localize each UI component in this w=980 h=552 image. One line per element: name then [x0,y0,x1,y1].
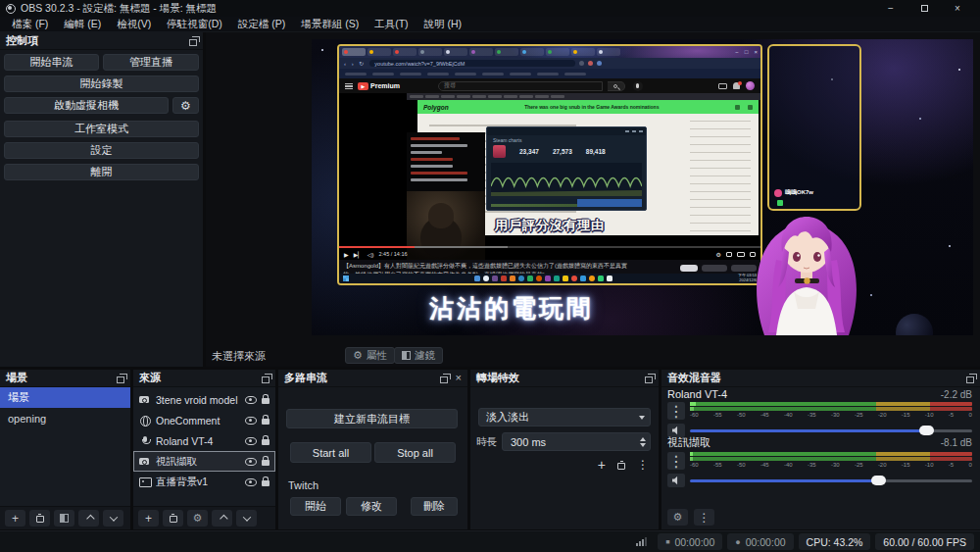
transition-select[interactable]: 淡入淡出 [478,408,651,427]
scene-item[interactable]: opening [0,408,130,428]
visibility-icon[interactable] [245,478,257,486]
close-icon[interactable]: × [456,373,462,383]
channel-options-button[interactable]: ⋮ [667,402,685,420]
mixer-settings-button[interactable]: ⚙ [667,509,688,526]
menu-item[interactable]: 編輯 (E) [56,18,109,31]
visibility-icon[interactable] [245,458,257,466]
start-all-button[interactable]: Start all [290,442,371,463]
video-progress-bar[interactable] [339,246,760,248]
chat-overlay-source[interactable]: 嗚嗚OK7w [767,44,861,211]
volume-slider-knob[interactable] [871,476,886,485]
source-properties-button[interactable]: ⚙ [187,510,208,527]
lock-icon[interactable] [262,439,270,445]
source-item[interactable]: 直播背景v1 [133,472,275,492]
channel-db: -2.2 dB [941,389,972,400]
menu-item[interactable]: 檔案 (F) [4,18,56,31]
tab-favicon [548,50,552,54]
menu-item[interactable]: 停駐視窗(D) [159,18,230,31]
popout-icon[interactable] [440,376,448,383]
visibility-icon[interactable] [245,417,257,425]
mixer-options-button[interactable]: ⋮ [694,509,714,526]
channel-options-button[interactable]: ⋮ [667,452,685,470]
source-item-selected[interactable]: 視訊擷取 [133,451,275,472]
exit-button[interactable]: 離開 [4,164,199,180]
start-record-button[interactable]: 開始錄製 [4,75,199,92]
menu-item[interactable]: 檢視(V) [109,18,159,31]
virtual-cam-settings-button[interactable]: ⚙ [172,97,199,114]
menu-item[interactable]: 設定檔 (P) [230,18,293,31]
transitions-dock-title: 轉場特效 [476,371,519,385]
lock-icon[interactable] [262,480,270,486]
start-stream-button[interactable]: 開始串流 [4,54,99,71]
menu-item[interactable]: 說明 (H) [416,18,470,31]
transition-options-button[interactable]: ⋮ [637,459,649,471]
sources-dock-title: 來源 [139,371,161,385]
popout-icon[interactable] [645,376,653,383]
preview-canvas[interactable]: 沾沾的電玩間 −□× ‹ › ↻ youtube.com/watch?v=7_9… [206,32,980,367]
move-scene-up-button[interactable] [78,510,99,527]
maximize-button[interactable] [907,0,941,17]
meter-tick: -30 [831,462,840,468]
source-label: 視訊擷取 [156,455,240,469]
scene-item[interactable]: 場景 [0,387,130,408]
stop-all-button[interactable]: Stop all [374,442,456,463]
source-item[interactable]: Roland VT-4 [133,430,275,451]
player-settings-icon[interactable]: ⚙ [716,251,721,258]
chevron-up-icon [220,514,227,522]
stream-edit-button[interactable]: 修改 [346,497,397,516]
add-transition-button[interactable]: + [598,458,606,472]
add-source-button[interactable]: + [138,510,159,527]
source-item[interactable]: OneComment [133,410,275,430]
volume-slider[interactable] [690,429,972,432]
search-icon [613,84,617,88]
menu-item[interactable]: 場景群組 (S) [293,18,367,31]
settings-button[interactable]: 設定 [4,142,199,159]
duration-spinner[interactable] [640,437,646,447]
stream-start-button[interactable]: 開始 [290,497,341,516]
remove-source-button[interactable] [163,510,183,527]
popout-icon[interactable] [966,376,974,383]
visibility-icon[interactable] [245,437,257,445]
create-stream-target-button[interactable]: 建立新串流目標 [286,409,458,428]
mixer-body: Roland VT-4 -2.2 dB ⋮ -60-55-50-45-40-35… [662,387,980,529]
next-icon[interactable]: ▶▏ [354,251,363,258]
lock-icon[interactable] [262,419,270,425]
controls-dock-title: 控制項 [6,33,38,48]
remove-scene-button[interactable] [29,510,50,527]
volume-slider-knob[interactable] [919,426,934,435]
url-field[interactable]: youtube.com/watch?v=7_9fWbEjCdM [369,60,575,67]
close-button[interactable]: × [941,0,974,17]
visibility-icon[interactable] [245,396,257,404]
minimize-button[interactable]: − [874,0,907,17]
lock-icon[interactable] [262,398,270,404]
studio-mode-button[interactable]: 工作室模式 [4,121,199,137]
play-icon[interactable]: ▶ [344,251,349,258]
mute-button[interactable] [667,474,685,487]
volume-icon[interactable]: ◁) [368,251,374,258]
notifications-bell-icon [733,82,740,89]
stream-delete-button[interactable]: 刪除 [411,497,458,516]
virtual-cam-button[interactable]: 啟動虛擬相機 [4,97,169,114]
extension-icon [597,61,602,66]
manage-broadcast-button[interactable]: 管理直播 [103,54,199,71]
filters-button[interactable]: 濾鏡 [394,347,443,364]
move-scene-down-button[interactable] [103,510,123,527]
move-source-up-button[interactable] [212,510,232,527]
lock-icon[interactable] [262,460,270,466]
duration-input[interactable]: 300 ms [502,432,651,451]
volume-slider[interactable] [690,479,972,482]
spin-up-icon [640,437,646,441]
move-source-down-button[interactable] [236,510,257,527]
remove-transition-button[interactable] [617,456,625,474]
popout-icon[interactable] [189,39,197,46]
add-scene-button[interactable]: + [5,510,25,527]
popout-icon[interactable] [262,376,270,383]
miniplayer-icon[interactable] [726,252,732,257]
properties-button[interactable]: ⚙ 屬性 [345,347,395,364]
popout-icon[interactable] [117,376,124,383]
source-label: OneComment [156,415,240,427]
video-capture-source[interactable]: −□× ‹ › ↻ youtube.com/watch?v=7_9fWbEjCd… [337,44,762,285]
scene-filters-button[interactable] [54,510,74,527]
menu-item[interactable]: 工具(T) [367,18,416,31]
source-item[interactable]: 3tene vroid model [133,389,275,410]
